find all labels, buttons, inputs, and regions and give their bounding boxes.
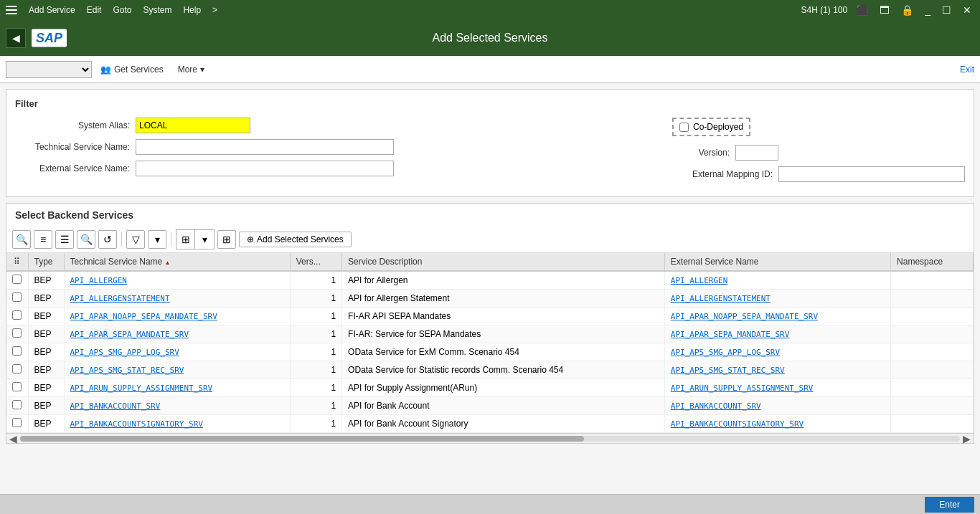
toolbar-dropdown[interactable] [6,61,92,78]
technical-name-link[interactable]: API_APAR_NOAPP_SEPA_MANDATE_SRV [70,312,217,321]
version-input[interactable] [735,145,778,161]
menu-edit[interactable]: Edit [87,5,102,15]
rows-icon-btn[interactable]: ⊞ [176,230,195,249]
external-service-name-input[interactable] [136,161,394,176]
row-technical-name[interactable]: API_APAR_NOAPP_SEPA_MANDATE_SRV [64,308,290,325]
back-button[interactable]: ◀ [6,28,26,48]
co-deployed-checkbox[interactable] [679,123,689,132]
record-btn[interactable]: ⬛ [853,4,871,16]
technical-name-link[interactable]: API_ALLERGENSTATEMENT [70,294,170,303]
row-checkbox-cell[interactable] [6,308,28,325]
technical-name-link[interactable]: API_APS_SMG_APP_LOG_SRV [70,348,179,357]
filter-expand-btn[interactable]: ▾ [148,230,166,249]
external-name-link[interactable]: API_BANKACCOUNT_SRV [671,401,761,411]
row-checkbox-cell[interactable] [6,361,28,379]
technical-name-link[interactable]: API_ARUN_SUPPLY_ASSIGNMENT_SRV [70,384,213,393]
technical-name-link[interactable]: API_APS_SMG_STAT_REC_SRV [70,366,184,375]
search-btn[interactable]: 🔍 [77,230,95,249]
menu-help[interactable]: Help [183,5,201,15]
row-technical-name[interactable]: API_APS_SMG_STAT_REC_SRV [64,361,290,379]
technical-name-link[interactable]: API_BANKACCOUNTSIGNATORY_SRV [70,419,203,429]
row-external-name[interactable]: API_ARUN_SUPPLY_ASSIGNMENT_SRV [664,379,890,397]
scroll-track[interactable] [20,436,960,442]
row-technical-name[interactable]: API_ALLERGEN [64,271,290,290]
row-checkbox[interactable] [12,292,22,302]
system-alias-input[interactable] [136,118,250,133]
row-checkbox[interactable] [12,346,22,356]
refresh-btn[interactable]: ↺ [98,230,117,249]
row-external-name[interactable]: API_ALLERGENSTATEMENT [664,290,890,308]
scroll-right-btn[interactable]: ▶ [960,433,974,444]
menu-goto[interactable]: Goto [113,5,131,15]
filter-btn[interactable]: ▽ [126,230,145,249]
rows-dropdown-btn[interactable]: ▾ [195,230,214,249]
row-technical-name[interactable]: API_APAR_SEPA_MANDATE_SRV [64,325,290,343]
row-checkbox[interactable] [12,400,22,409]
row-checkbox-cell[interactable] [6,271,28,290]
horizontal-scrollbar[interactable]: ◀ ▶ [6,433,974,443]
technical-name-link[interactable]: API_BANKACCOUNT_SRV [70,401,161,411]
detail-view-btn[interactable]: ☰ [55,230,74,249]
row-external-name[interactable]: API_BANKACCOUNT_SRV [664,397,890,415]
row-checkbox-cell[interactable] [6,325,28,343]
row-checkbox[interactable] [12,328,22,338]
session-btn[interactable]: 🗖 [877,4,892,16]
external-name-link[interactable]: API_BANKACCOUNTSIGNATORY_SRV [671,419,804,429]
row-checkbox-cell[interactable] [6,415,28,433]
row-external-name[interactable]: API_APS_SMG_STAT_REC_SRV [664,361,890,379]
external-name-link[interactable]: API_ARUN_SUPPLY_ASSIGNMENT_SRV [671,384,814,393]
row-technical-name[interactable]: API_ALLERGENSTATEMENT [64,290,290,308]
col-external-name[interactable]: External Service Name [664,253,890,271]
maximize-btn[interactable]: ☐ [939,4,954,16]
menu-more-indicator[interactable]: > [212,5,217,15]
external-name-link[interactable]: API_APAR_NOAPP_SEPA_MANDATE_SRV [671,312,818,321]
hamburger-menu[interactable] [6,6,17,14]
menu-system[interactable]: System [143,5,171,15]
more-button[interactable]: More ▾ [172,62,210,77]
row-checkbox[interactable] [12,364,22,373]
row-checkbox-cell[interactable] [6,290,28,308]
scroll-left-btn[interactable]: ◀ [6,433,20,444]
zoom-icon-btn[interactable]: 🔍 [12,230,31,249]
row-namespace [891,325,974,343]
external-name-link[interactable]: API_ALLERGEN [671,276,727,285]
row-checkbox-cell[interactable] [6,343,28,361]
technical-service-name-input[interactable] [136,139,394,155]
external-name-link[interactable]: API_APS_SMG_APP_LOG_SRV [671,348,780,357]
get-services-button[interactable]: 👥 Get Services [95,62,169,77]
row-technical-name[interactable]: API_APS_SMG_APP_LOG_SRV [64,343,290,361]
lock-btn[interactable]: 🔒 [898,4,916,16]
row-external-name[interactable]: API_ALLERGEN [664,271,890,290]
external-name-link[interactable]: API_APAR_SEPA_MANDATE_SRV [671,330,790,339]
row-technical-name[interactable]: API_BANKACCOUNT_SRV [64,397,290,415]
exit-button[interactable]: Exit [960,65,974,75]
col-version[interactable]: Vers... [290,253,341,271]
row-checkbox[interactable] [12,418,22,427]
close-btn[interactable]: ✕ [960,4,974,16]
col-technical-name[interactable]: Technical Service Name ▲ [64,253,290,271]
col-description[interactable]: Service Description [342,253,665,271]
row-checkbox-cell[interactable] [6,397,28,415]
minimize-btn[interactable]: _ [922,4,933,16]
grid-btn[interactable]: ⊞ [217,230,236,249]
row-checkbox-cell[interactable] [6,379,28,397]
row-external-name[interactable]: API_APAR_SEPA_MANDATE_SRV [664,325,890,343]
technical-name-link[interactable]: API_APAR_SEPA_MANDATE_SRV [70,330,189,339]
menu-add-service[interactable]: Add Service [29,5,75,15]
external-mapping-id-input[interactable] [778,166,965,182]
row-technical-name[interactable]: API_ARUN_SUPPLY_ASSIGNMENT_SRV [64,379,290,397]
row-external-name[interactable]: API_APS_SMG_APP_LOG_SRV [664,343,890,361]
external-name-link[interactable]: API_APS_SMG_STAT_REC_SRV [671,366,785,375]
col-namespace[interactable]: Namespace [891,253,974,271]
col-type[interactable]: Type [28,253,64,271]
add-selected-services-button[interactable]: ⊕ Add Selected Services [239,232,352,247]
row-checkbox[interactable] [12,275,22,284]
technical-name-link[interactable]: API_ALLERGEN [70,276,127,285]
row-checkbox[interactable] [12,382,22,391]
row-external-name[interactable]: API_BANKACCOUNTSIGNATORY_SRV [664,415,890,433]
list-view-btn[interactable]: ≡ [34,230,52,249]
external-name-link[interactable]: API_ALLERGENSTATEMENT [671,294,771,303]
row-external-name[interactable]: API_APAR_NOAPP_SEPA_MANDATE_SRV [664,308,890,325]
row-technical-name[interactable]: API_BANKACCOUNTSIGNATORY_SRV [64,415,290,433]
row-checkbox[interactable] [12,310,22,320]
